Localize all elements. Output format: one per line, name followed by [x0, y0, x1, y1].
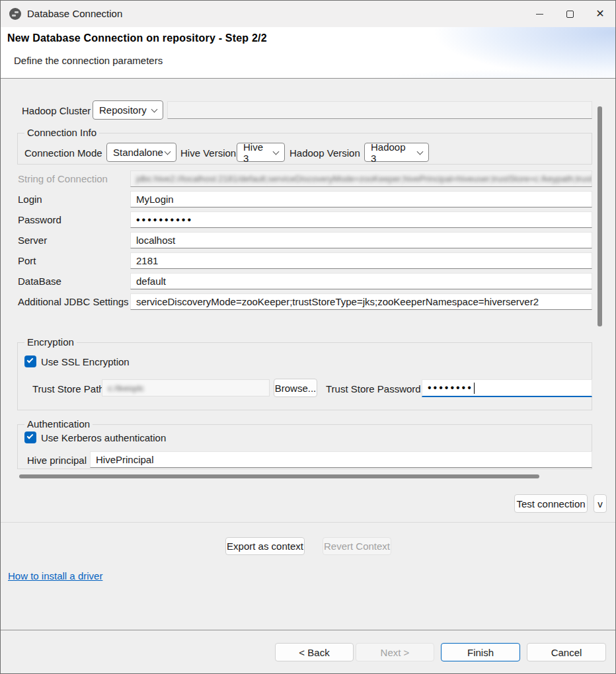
hadoop-version-label: Hadoop Version	[289, 147, 360, 159]
hadoop-cluster-value: Repository	[99, 104, 147, 116]
window-title: Database Connection	[27, 8, 122, 19]
vertical-scrollbar[interactable]	[597, 106, 602, 326]
back-button[interactable]: < Back	[275, 643, 354, 661]
server-value: localhost	[136, 235, 175, 246]
trust-store-path-field[interactable]: c:/tkeiqdc	[102, 379, 270, 396]
export-as-context-label: Export as context	[227, 541, 303, 552]
string-of-connection-label: String of Connection	[18, 173, 108, 184]
jdbc-settings-value: serviceDiscoveryMode=zooKeeper;trustStor…	[136, 296, 539, 307]
hadoop-cluster-label: Hadoop Cluster	[22, 105, 91, 116]
string-of-connection-field: jdbc:hive2://localhost:2181/default;serv…	[130, 170, 592, 187]
chevron-down-icon	[273, 149, 280, 155]
header-divider	[1, 78, 615, 79]
close-button[interactable]: ✕	[585, 1, 615, 27]
finish-button-label: Finish	[467, 647, 494, 658]
database-label: DataBase	[18, 276, 61, 287]
cancel-button[interactable]: Cancel	[527, 643, 606, 661]
port-value: 2181	[136, 255, 158, 266]
connection-mode-value: Standalone	[113, 147, 163, 158]
hive-version-label: Hive Version	[180, 147, 236, 159]
hive-principal-field[interactable]: HivePrincipal	[90, 451, 592, 468]
connection-mode-dropdown[interactable]: Standalone	[106, 143, 176, 162]
hadoop-cluster-dropdown[interactable]: Repository	[93, 100, 163, 120]
use-kerberos-label: Use Kerberos authentication	[41, 432, 166, 443]
connection-info-group-label: Connection Info	[24, 127, 99, 138]
app-logo-icon	[9, 8, 21, 20]
authentication-group-label: Authentication	[24, 418, 93, 430]
test-connection-label: Test connection	[516, 498, 585, 509]
browse-button[interactable]: Browse...	[274, 379, 317, 397]
maximize-button[interactable]	[555, 1, 585, 27]
header-gradient	[245, 27, 615, 78]
database-connection-window: Database Connection ✕ New Database Conne…	[0, 0, 616, 674]
trust-store-path-label: Trust Store Path	[32, 383, 104, 394]
use-ssl-label: Use SSL Encryption	[41, 356, 130, 367]
login-field[interactable]: MyLogin	[130, 191, 592, 207]
horizontal-scrollbar[interactable]	[19, 474, 539, 478]
finish-button[interactable]: Finish	[441, 643, 520, 661]
checkmark-icon	[27, 433, 34, 439]
maximize-icon	[566, 11, 574, 18]
section-divider	[1, 522, 615, 523]
encryption-group: Encryption	[17, 342, 592, 410]
login-value: MyLogin	[136, 194, 174, 205]
next-button[interactable]: Next >	[356, 643, 434, 661]
trust-store-password-value: ••••••••	[428, 382, 473, 394]
trust-store-password-field[interactable]: ••••••••	[422, 379, 592, 397]
minimize-icon	[536, 14, 543, 15]
password-label: Password	[18, 214, 61, 225]
back-button-label: < Back	[299, 647, 329, 658]
hive-version-value: Hive 3	[243, 141, 267, 164]
server-field[interactable]: localhost	[130, 232, 592, 248]
port-field[interactable]: 2181	[130, 252, 592, 269]
string-of-connection-value: jdbc:hive2://localhost:2181/default;serv…	[136, 174, 592, 184]
browse-button-label: Browse...	[275, 383, 317, 394]
password-field[interactable]: ••••••••••	[130, 211, 592, 228]
revert-context-label: Revert Context	[324, 541, 390, 552]
hive-principal-value: HivePrincipal	[96, 454, 154, 465]
hive-principal-label: Hive principal	[27, 455, 87, 466]
trust-store-password-label: Trust Store Password	[326, 383, 421, 394]
encryption-group-label: Encryption	[24, 336, 77, 348]
page-title: New Database Connection on repository - …	[7, 32, 267, 44]
server-label: Server	[18, 235, 47, 246]
hadoop-version-value: Hadoop 3	[371, 141, 411, 164]
test-connection-expand-button[interactable]: v	[594, 494, 607, 513]
chevron-down-icon	[165, 149, 171, 155]
next-button-label: Next >	[381, 647, 410, 658]
close-icon: ✕	[596, 9, 604, 19]
hive-version-dropdown[interactable]: Hive 3	[237, 143, 285, 162]
hadoop-cluster-detail-field	[167, 101, 592, 119]
title-bar: Database Connection ✕	[1, 1, 615, 27]
use-kerberos-checkbox[interactable]	[24, 431, 36, 443]
database-field[interactable]: default	[130, 273, 592, 289]
hadoop-version-dropdown[interactable]: Hadoop 3	[364, 143, 429, 162]
connection-mode-label: Connection Mode	[24, 147, 102, 159]
checkmark-icon	[27, 357, 34, 363]
trust-store-path-value: c:/tkeiqdc	[108, 383, 144, 393]
wizard-header: New Database Connection on repository - …	[1, 27, 615, 78]
chevron-down-icon	[151, 106, 158, 113]
jdbc-settings-label: Additional JDBC Settings	[18, 296, 129, 307]
database-value: default	[136, 276, 166, 287]
test-connection-button[interactable]: Test connection	[514, 494, 588, 513]
export-as-context-button[interactable]: Export as context	[225, 537, 305, 555]
use-ssl-checkbox[interactable]	[24, 356, 36, 367]
how-to-install-driver-link[interactable]: How to install a driver	[8, 570, 102, 581]
revert-context-button[interactable]: Revert Context	[323, 537, 391, 555]
password-value: ••••••••••	[136, 214, 193, 226]
footer-divider	[1, 630, 615, 630]
jdbc-settings-field[interactable]: serviceDiscoveryMode=zooKeeper;trustStor…	[130, 293, 592, 310]
port-label: Port	[18, 255, 36, 266]
login-label: Login	[18, 194, 42, 205]
page-subtitle: Define the connection parameters	[14, 55, 163, 66]
expand-button-label: v	[597, 498, 603, 509]
chevron-down-icon	[417, 149, 424, 155]
text-cursor	[474, 383, 475, 394]
minimize-button[interactable]	[524, 1, 555, 27]
cancel-button-label: Cancel	[551, 647, 582, 658]
